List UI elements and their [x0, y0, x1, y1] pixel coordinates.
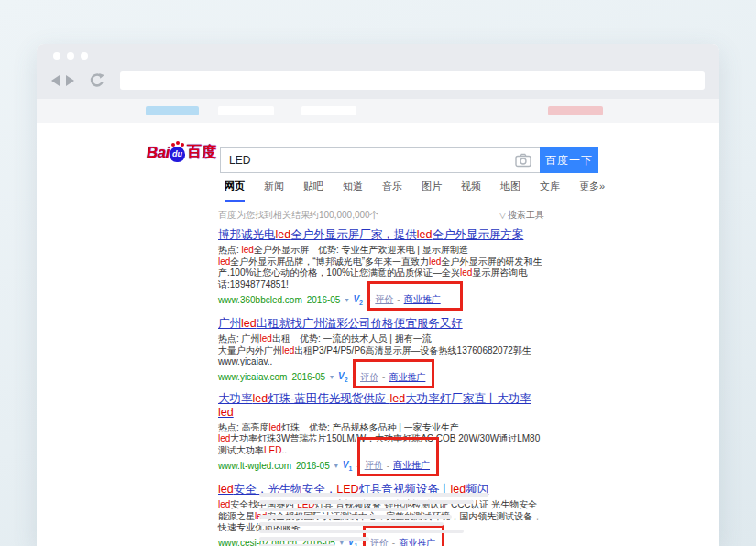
baidu-logo-zh: 百度: [187, 143, 216, 162]
result-url: www.lt-wgled.com: [218, 461, 291, 471]
vertical-tabs: 网页新闻贴吧知道音乐图片视频地图文库更多»: [225, 180, 605, 202]
tab-更多»[interactable]: 更多»: [579, 180, 605, 202]
baidu-credit-badge-icon: V2: [338, 371, 348, 383]
baidu-credit-badge-icon: V2: [353, 294, 363, 306]
tab-贴吧[interactable]: 贴吧: [303, 180, 323, 202]
promo-link[interactable]: 商业推广: [404, 293, 441, 306]
result-description: 大量户内外广州led出租P3/P4/P5/P6高清显示屏—设备热线1376068…: [218, 345, 546, 368]
result-description: led大功率灯珠3W普瑞芯片150LM/W，大功率灯珠AC COB 20W/30…: [218, 433, 546, 456]
separator-dash: -: [367, 295, 370, 305]
result-meta: 热点: 高亮度led灯珠 优势: 产品规格多品种 | 一家专业生产: [218, 422, 546, 434]
baidu-search-page: Bai du 百度 百度一下 网页新闻贴吧知道音乐图片视频地图文库更多» 百度为…: [37, 123, 719, 546]
separator-dash: -: [387, 461, 389, 471]
separator-dash: -: [353, 372, 356, 382]
review-link[interactable]: 评价: [360, 371, 378, 384]
result-footer: www.360bbcled.com2016-05▾V2-评价-商业推广: [218, 293, 546, 306]
promo-link[interactable]: 商业推广: [389, 371, 425, 384]
funnel-icon: ▽: [499, 211, 506, 220]
skeleton-line: [259, 500, 474, 504]
bookmark-placeholder-white: [218, 106, 274, 115]
chevron-down-icon[interactable]: ▾: [330, 373, 334, 381]
results-summary: 百度为您找到相关结果约100,000,000个: [218, 209, 628, 222]
refresh-icon[interactable]: [89, 72, 105, 89]
result-title[interactable]: 博邦诚光电led全户外显示屏厂家，提供led全户外显示屏方案: [218, 228, 523, 242]
search-result: 大功率led灯珠-蓝田伟光现货供应-led大功率灯厂家直丨大功率led热点: 高…: [218, 392, 546, 473]
bookmark-placeholder-white: [301, 106, 356, 115]
baidu-logo-bai: Bai: [147, 144, 170, 162]
browser-toolbar: [37, 68, 719, 99]
search-result: 博邦诚光电led全户外显示屏厂家，提供led全户外显示屏方案热点: led全户外…: [218, 225, 546, 306]
bookmark-placeholder-blue: [146, 106, 199, 115]
bookmark-placeholder-pink: [548, 106, 603, 115]
skeleton-line: [259, 515, 452, 519]
separator-dash: -: [397, 295, 400, 305]
result-title[interactable]: 大功率led灯珠-蓝田伟光现货供应-led大功率灯厂家直丨大功率led: [218, 392, 546, 420]
result-date: 2016-05: [291, 372, 325, 382]
review-link[interactable]: 评价: [375, 293, 393, 306]
background: Bai du 百度 百度一下 网页新闻贴吧知道音乐图片视频地图文库更多» 百度为…: [0, 0, 756, 546]
review-link[interactable]: 评价: [365, 459, 383, 472]
url-input[interactable]: [120, 71, 705, 90]
skeleton-line: [259, 522, 444, 526]
skeleton-line: [259, 537, 369, 541]
camera-icon[interactable]: [515, 153, 531, 168]
tab-文库[interactable]: 文库: [540, 180, 560, 202]
result-date: 2016-05: [307, 295, 341, 305]
tab-网页[interactable]: 网页: [225, 180, 245, 202]
result-meta: 热点: led全户外显示屏 优势: 专业生产欢迎来电 | 显示屏制造: [218, 245, 546, 257]
result-links: 评价-商业推广: [365, 459, 430, 472]
back-icon[interactable]: [51, 75, 60, 86]
result-url: www.360bbcled.com: [218, 295, 302, 305]
skeleton-line: [259, 493, 488, 497]
window-dot: [67, 52, 74, 60]
browser-window: Bai du 百度 百度一下 网页新闻贴吧知道音乐图片视频地图文库更多» 百度为…: [37, 44, 719, 546]
result-footer: www.lt-wgled.com2016-05▾V1-评价-商业推广: [218, 459, 546, 472]
result-meta: 热点: 广州led出租 优势: 一流的技术人员 | 拥有一流: [218, 333, 546, 345]
result-date: 2016-05: [296, 461, 330, 471]
tab-新闻[interactable]: 新闻: [264, 180, 284, 202]
baidu-credit-badge-icon: V1: [343, 460, 353, 472]
promo-link[interactable]: 商业推广: [393, 459, 430, 472]
tab-视频[interactable]: 视频: [461, 180, 481, 202]
chevron-down-icon[interactable]: ▾: [334, 462, 338, 470]
forward-icon[interactable]: [66, 75, 74, 86]
search-tools-label: 搜索工具: [508, 210, 544, 220]
result-description: led全户外显示屏品牌，“博邦诚光电”多年来一直致力led全户外显示屏的研发和生…: [218, 257, 546, 291]
window-titlebar: [37, 44, 719, 68]
baidu-paw-icon: du: [170, 147, 185, 162]
search-input[interactable]: [220, 147, 540, 173]
baidu-logo[interactable]: Bai du 百度: [147, 143, 216, 162]
window-dot: [81, 52, 88, 60]
result-links: 评价-商业推广: [375, 293, 440, 306]
skeleton-line: [259, 530, 464, 533]
chevron-down-icon[interactable]: ▾: [345, 296, 348, 304]
result-links: 评价-商业推广: [360, 371, 425, 384]
bookmarks-strip: [37, 99, 719, 123]
window-dot: [53, 52, 60, 60]
separator-dash: -: [382, 372, 385, 382]
tab-地图[interactable]: 地图: [500, 180, 520, 202]
search-button[interactable]: 百度一下: [540, 147, 598, 173]
tab-音乐[interactable]: 音乐: [382, 180, 402, 202]
skeleton-line: [259, 508, 408, 511]
result-title[interactable]: 广州led出租就找广州溢彩公司价格便宜服务又好: [218, 317, 463, 331]
result-footer: www.yicaiav.com2016-05▾V2-评价-商业推广: [218, 371, 546, 384]
tab-图片[interactable]: 图片: [422, 180, 442, 202]
search-tools-button[interactable]: ▽搜索工具: [499, 209, 544, 222]
search-result: 广州led出租就找广州溢彩公司价格便宜服务又好热点: 广州led出租 优势: 一…: [218, 314, 546, 384]
tab-知道[interactable]: 知道: [343, 180, 363, 202]
skeleton-block: [259, 493, 488, 546]
result-url: www.yicaiav.com: [218, 372, 287, 382]
separator-dash: -: [356, 461, 359, 471]
